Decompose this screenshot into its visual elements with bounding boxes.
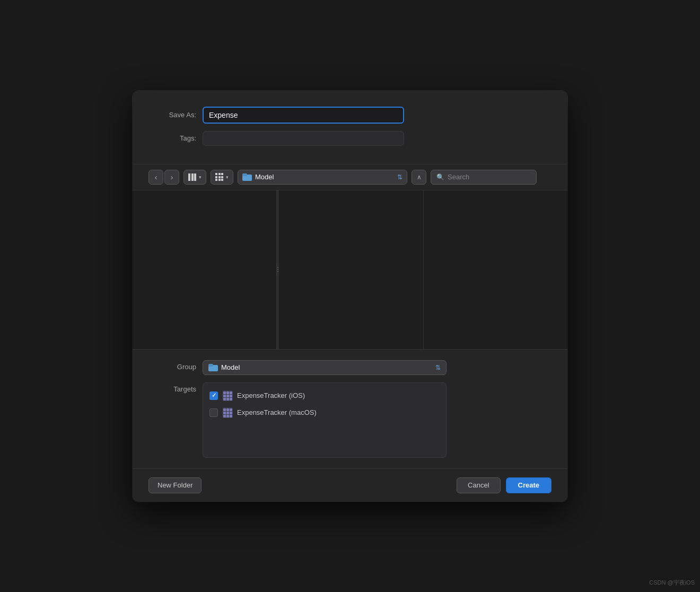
target-label-ios: ExpenseTracker (iOS) — [237, 391, 305, 399]
save-dialog: Save As: Tags: ‹ › ▾ ▾ — [133, 91, 567, 502]
target-item-ios[interactable]: ExpenseTracker (iOS) — [203, 387, 446, 404]
file-browser — [133, 190, 567, 350]
save-as-row: Save As: — [154, 107, 546, 124]
search-input[interactable] — [448, 173, 531, 181]
grid-view-icon — [215, 173, 223, 181]
expand-button[interactable]: ∧ — [412, 170, 426, 185]
search-icon: 🔍 — [436, 173, 444, 181]
group-updown-icon: ⇅ — [435, 364, 441, 371]
location-label: Model — [255, 173, 394, 181]
watermark: CSDN @宇夜iOS — [649, 579, 695, 587]
back-button[interactable]: ‹ — [148, 170, 163, 185]
grid-view-button[interactable]: ▾ — [211, 170, 233, 185]
grid-view-chevron: ▾ — [226, 175, 229, 180]
target-icon-ios — [222, 390, 233, 401]
dialog-top-section: Save As: Tags: — [133, 91, 567, 164]
targets-label: Targets — [154, 382, 196, 393]
group-row: Group Model ⇅ — [154, 360, 546, 375]
tags-row: Tags: — [154, 131, 546, 146]
columns-view-chevron: ▾ — [199, 175, 202, 180]
footer-right-buttons: Cancel Create — [457, 477, 552, 493]
create-button[interactable]: Create — [506, 477, 552, 493]
tags-input[interactable] — [203, 131, 404, 146]
group-value: Model — [221, 363, 432, 371]
save-as-label: Save As: — [154, 111, 196, 119]
nav-button-group: ‹ › — [148, 170, 179, 185]
dialog-options-section: Group Model ⇅ Targets ExpenseTracker (iO… — [133, 350, 567, 469]
search-box: 🔍 — [431, 170, 537, 185]
target-icon-macos — [222, 407, 233, 418]
cancel-button[interactable]: Cancel — [457, 477, 500, 493]
location-updown-icon: ⇅ — [397, 174, 402, 180]
checkbox-ios[interactable] — [209, 391, 218, 400]
location-dropdown[interactable]: Model ⇅ — [238, 170, 407, 185]
target-label-macos: ExpenseTracker (macOS) — [237, 408, 317, 416]
toolbar: ‹ › ▾ ▾ Model ⇅ ∧ 🔍 — [133, 164, 567, 190]
browser-pane-middle[interactable] — [279, 190, 423, 349]
columns-view-icon — [188, 173, 196, 181]
save-as-input[interactable] — [203, 107, 404, 124]
group-dropdown[interactable]: Model ⇅ — [203, 360, 447, 375]
group-label: Group — [154, 360, 196, 371]
folder-icon — [242, 173, 252, 181]
new-folder-button[interactable]: New Folder — [148, 477, 202, 493]
browser-pane-right[interactable] — [424, 190, 567, 349]
columns-view-button[interactable]: ▾ — [183, 170, 206, 185]
tags-label: Tags: — [154, 134, 196, 142]
group-folder-icon — [208, 364, 218, 371]
targets-row: Targets ExpenseTracker (iOS) — [154, 382, 546, 458]
browser-pane-left[interactable] — [133, 190, 277, 349]
target-item-macos[interactable]: ExpenseTracker (macOS) — [203, 404, 446, 421]
targets-empty-area — [203, 421, 446, 453]
targets-list: ExpenseTracker (iOS) ExpenseTracker (mac… — [203, 382, 447, 458]
divider-handle — [277, 267, 278, 272]
forward-button[interactable]: › — [164, 170, 179, 185]
checkbox-macos[interactable] — [209, 408, 218, 417]
dialog-footer: New Folder Cancel Create — [133, 469, 567, 502]
